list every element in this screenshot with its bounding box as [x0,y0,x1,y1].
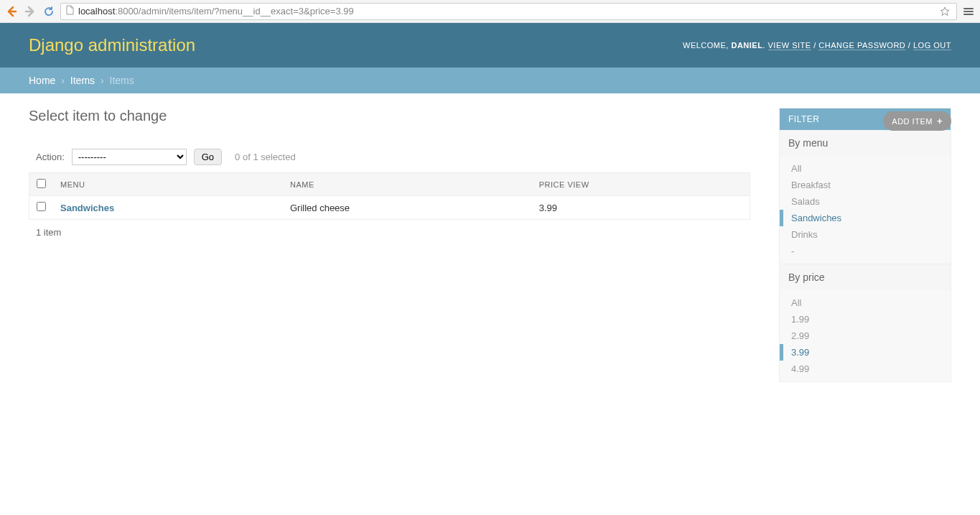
filter-item: All [780,160,951,177]
bookmark-icon[interactable] [938,4,952,19]
paginator: 1 item [29,220,750,245]
url-bar[interactable]: localhost:8000/admin/items/item/?menu__i… [60,3,957,20]
select-all-checkbox[interactable] [37,179,46,188]
content: Select item to change Action: --------- … [0,93,980,396]
filter-item: All [780,294,951,311]
filter-link[interactable]: 3.99 [791,347,809,358]
selection-counter: 0 of 1 selected [235,152,296,162]
col-name[interactable]: NAME [283,173,532,196]
filter-link[interactable]: - [791,246,794,256]
breadcrumb-home[interactable]: Home [29,75,55,86]
reload-button[interactable] [42,4,56,19]
url-text: localhost:8000/admin/items/item/?menu__i… [78,6,933,17]
filter-by-menu-label: By menu [780,130,951,156]
select-all-header [29,173,54,196]
filter-by-price-label: By price [780,264,951,290]
filter-item: Breakfast [780,177,951,193]
filter-link[interactable]: Salads [791,196,820,207]
back-button[interactable] [4,4,19,19]
filter-sidebar: FILTER By menu All Breakfast Salads Sand… [779,108,951,382]
filter-item: Salads [780,193,951,210]
table-header-row: MENU NAME PRICE VIEW [29,173,750,196]
row-menu-link[interactable]: Sandwiches [60,203,114,213]
url-path: :8000/admin/items/item/?menu__id__exact=… [115,6,353,17]
filter-link[interactable]: All [791,297,801,308]
filter-item: Drinks [780,226,951,243]
filter-item: - [780,243,951,259]
main-column: Select item to change Action: --------- … [29,108,750,382]
forward-button[interactable] [23,4,37,19]
filter-by-price: By price All 1.99 2.99 3.99 4.99 [780,264,951,381]
welcome-text: WELCOME, [683,41,731,50]
col-price[interactable]: PRICE VIEW [532,173,750,196]
add-item-button[interactable]: ADD ITEM + [883,111,951,131]
filter-by-menu: By menu All Breakfast Salads Sandwiches … [780,130,951,264]
site-title[interactable]: Django administration [29,35,195,55]
breadcrumb: Home › Items › Items [0,68,980,93]
filter-by-price-list: All 1.99 2.99 3.99 4.99 [780,290,951,381]
browser-toolbar: localhost:8000/admin/items/item/?menu__i… [0,0,980,23]
go-button[interactable]: Go [194,149,222,165]
row-select-cell [29,196,54,220]
site-header: Django administration WELCOME, DANIEL. V… [0,23,980,68]
url-host: localhost [78,6,115,17]
filter-link[interactable]: 1.99 [791,314,809,325]
breadcrumb-app[interactable]: Items [70,75,95,86]
filter-item: 4.99 [780,361,951,377]
results-table: MENU NAME PRICE VIEW Sandwiches Grilled … [29,172,750,220]
hamburger-icon[interactable] [961,4,976,19]
filter-item: 2.99 [780,328,951,344]
action-select[interactable]: --------- [72,149,187,165]
filter-item: 1.99 [780,311,951,328]
breadcrumb-sep: › [61,75,65,86]
row-price-cell: 3.99 [532,196,750,220]
logout-link[interactable]: LOG OUT [913,41,951,50]
filter-item-selected: Sandwiches [780,210,951,226]
breadcrumb-sep: › [101,75,104,86]
view-site-link[interactable]: VIEW SITE [768,41,811,50]
table-row: Sandwiches Grilled cheese 3.99 [29,196,750,220]
row-menu-cell: Sandwiches [53,196,283,220]
change-password-link[interactable]: CHANGE PASSWORD [818,41,905,50]
filter-link[interactable]: 4.99 [791,363,809,374]
row-checkbox[interactable] [37,202,46,211]
breadcrumb-current: Items [110,75,134,86]
page-icon [65,5,74,17]
action-label: Action: [36,152,65,162]
filter-link[interactable]: 2.99 [791,330,809,341]
filter-box: FILTER By menu All Breakfast Salads Sand… [779,108,951,382]
plus-icon: + [937,116,943,126]
row-name-cell: Grilled cheese [283,196,532,220]
col-menu[interactable]: MENU [53,173,283,196]
filter-link[interactable]: Breakfast [791,180,831,190]
user-tools: WELCOME, DANIEL. VIEW SITE / CHANGE PASS… [683,41,951,50]
actions-bar: Action: --------- Go 0 of 1 selected [29,141,750,172]
object-tools: ADD ITEM + [883,111,951,131]
add-item-label: ADD ITEM [892,117,933,126]
filter-link[interactable]: Drinks [791,229,818,240]
filter-by-menu-list: All Breakfast Salads Sandwiches Drinks - [780,156,951,264]
filter-link[interactable]: All [791,163,801,174]
filter-item-selected: 3.99 [780,344,951,361]
filter-link[interactable]: Sandwiches [791,213,841,223]
page-title: Select item to change [29,108,750,124]
username: DANIEL [731,41,762,50]
